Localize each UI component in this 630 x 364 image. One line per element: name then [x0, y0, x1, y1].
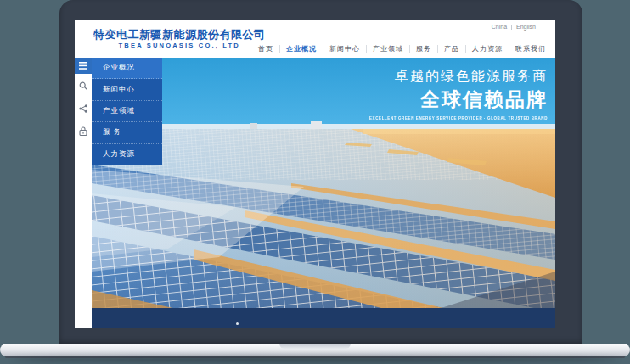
nav-item-industry[interactable]: 产业领域 — [367, 45, 410, 53]
hero-heading-line2: 全球信赖品牌 — [369, 87, 548, 113]
sidebar-item-hr[interactable]: 人力资源 — [92, 144, 162, 165]
search-icon[interactable] — [75, 74, 92, 97]
sidebar-item-industry[interactable]: 产业领域 — [92, 101, 162, 122]
nav-item-products[interactable]: 产品 — [438, 45, 466, 53]
company-logo[interactable]: 特变电工新疆新能源股份有限公司 TBEA SUNOASIS CO., LTD — [93, 29, 266, 50]
hero-heading-line1: 卓越的绿色能源服务商 — [369, 68, 548, 86]
sidebar-item-service[interactable]: 服 务 — [92, 122, 162, 143]
icon-rail — [75, 58, 92, 328]
nav-item-service[interactable]: 服务 — [410, 45, 438, 53]
nav-item-contact[interactable]: 联系我们 — [509, 45, 552, 53]
nav-item-news[interactable]: 新闻中心 — [323, 45, 367, 53]
page-body: 卓越的绿色能源服务商 全球信赖品牌 EXCELLENT GREEN ENERGY… — [75, 58, 555, 328]
carousel-dot[interactable] — [236, 322, 239, 325]
logo-english-name: TBEA SUNOASIS CO., LTD — [93, 42, 266, 50]
hero-tagline: EXCELLENT GREEN ENERGY SERVICE PROVIDER … — [369, 116, 548, 120]
site-header: China English 特变电工新疆新能源股份有限公司 TBEA SUNOA… — [75, 20, 555, 58]
menu-icon[interactable] — [75, 58, 92, 74]
sidebar-menu: 企业概况 新闻中心 产业领域 服 务 人力资源 — [92, 58, 162, 165]
laptop-base-notch — [279, 344, 351, 349]
nav-item-hr[interactable]: 人力资源 — [466, 45, 509, 53]
website-screen: China English 特变电工新疆新能源股份有限公司 TBEA SUNOA… — [75, 20, 555, 328]
share-icon[interactable] — [75, 97, 92, 120]
bottom-bar — [92, 308, 555, 328]
main-nav: 首页 企业概况 新闻中心 产业领域 服务 产品 人力资源 联系我们 — [252, 45, 552, 53]
nav-item-company[interactable]: 企业概况 — [280, 45, 323, 53]
lang-china-link[interactable]: China — [487, 24, 511, 30]
sidebar-item-news[interactable]: 新闻中心 — [92, 79, 162, 100]
sidebar-item-company[interactable]: 企业概况 — [92, 58, 162, 79]
page: China English 特变电工新疆新能源股份有限公司 TBEA SUNOA… — [0, 0, 630, 364]
logo-chinese-name: 特变电工新疆新能源股份有限公司 — [93, 29, 266, 42]
hero-slogan: 卓越的绿色能源服务商 全球信赖品牌 EXCELLENT GREEN ENERGY… — [369, 68, 548, 120]
laptop-shadow — [12, 357, 618, 362]
language-switcher: China English — [487, 24, 540, 30]
nav-item-home[interactable]: 首页 — [252, 45, 280, 53]
lang-english-link[interactable]: English — [512, 24, 540, 30]
lock-icon[interactable] — [75, 120, 92, 143]
